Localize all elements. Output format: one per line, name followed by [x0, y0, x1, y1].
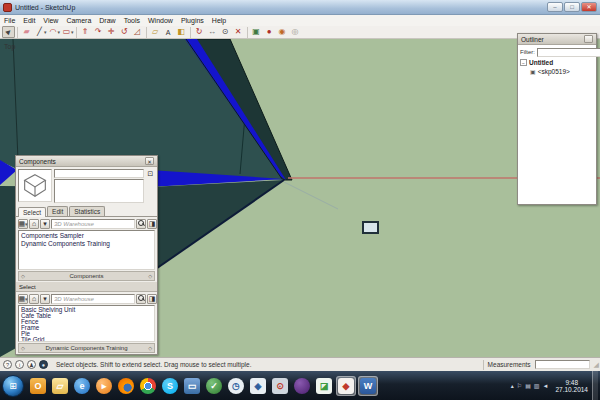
navigation-dropdown-button[interactable]: ▾	[40, 294, 50, 304]
tree-expander-icon[interactable]: −	[520, 59, 527, 66]
move-tool-button[interactable]: ✛	[105, 26, 118, 38]
tab-edit[interactable]: Edit	[47, 206, 68, 216]
graphics-app-icon[interactable]: ◪	[314, 376, 334, 396]
pane-resize-handle[interactable]: ◇	[19, 345, 27, 351]
components-search-input[interactable]	[51, 219, 135, 229]
resize-grip[interactable]: ◢	[594, 361, 599, 369]
select-pane-search-input[interactable]	[51, 294, 135, 304]
pane-resize-handle[interactable]: ◇	[146, 345, 154, 351]
virtualbox-icon[interactable]: ◈	[248, 376, 268, 396]
measurements-input[interactable]	[535, 360, 590, 369]
version-control-icon[interactable]: ✓	[204, 376, 224, 396]
remote-desktop-icon[interactable]: ▭	[182, 376, 202, 396]
info-icon[interactable]: i	[15, 360, 24, 369]
toggle-terrain-button[interactable]: ●	[263, 26, 276, 38]
tab-statistics[interactable]: Statistics	[69, 206, 105, 216]
network-icon[interactable]: ▤	[525, 382, 531, 389]
search-button[interactable]	[136, 294, 146, 304]
components-collections-list: Components Sampler Dynamic Components Tr…	[18, 230, 155, 270]
internet-explorer-icon[interactable]: e	[72, 376, 92, 396]
scale-tool-button[interactable]: ◿	[131, 26, 144, 38]
file-explorer-icon[interactable]: ▱	[50, 376, 70, 396]
maximize-button[interactable]: □	[564, 2, 580, 12]
eraser-tool-button[interactable]: ▰	[20, 26, 33, 38]
orbit-tool-button[interactable]: ↻	[193, 26, 206, 38]
user-icon[interactable]: ♟	[27, 360, 36, 369]
component-preview-thumbnail	[18, 169, 52, 202]
rectangle-dropdown-icon[interactable]: ▾	[71, 29, 74, 35]
view-options-button[interactable]: ▦▾	[18, 219, 28, 229]
menu-tools[interactable]: Tools	[120, 17, 144, 24]
menu-view[interactable]: View	[39, 17, 62, 24]
search-tool-icon[interactable]: ⊙	[270, 376, 290, 396]
list-item[interactable]: Components Sampler	[21, 232, 152, 240]
home-button[interactable]: ⌂	[29, 294, 39, 304]
pane-footer-label: Dynamic Components Training	[45, 345, 127, 351]
paint-bucket-tool-button[interactable]: ◧	[175, 26, 188, 38]
word-icon[interactable]: W	[358, 376, 378, 396]
component-name-field[interactable]	[54, 169, 144, 178]
skype-icon[interactable]: S	[160, 376, 180, 396]
photo-textures-button[interactable]: ◉	[276, 26, 289, 38]
component-description-field[interactable]	[54, 179, 144, 203]
chrome-icon[interactable]	[138, 376, 158, 396]
taskbar-clock[interactable]: 9:48 27.10.2014	[555, 379, 588, 393]
tab-select[interactable]: Select	[18, 207, 46, 217]
firefox-icon[interactable]	[116, 376, 136, 396]
navigation-dropdown-button[interactable]: ▾	[40, 219, 50, 229]
outliner-titlebar[interactable]: Outliner	[518, 34, 596, 45]
menu-edit[interactable]: Edit	[19, 17, 39, 24]
show-desktop-button[interactable]	[592, 371, 598, 400]
menu-file[interactable]: File	[0, 17, 19, 24]
outlook-icon[interactable]: O	[28, 376, 48, 396]
advanced-search-button[interactable]: ◨	[147, 294, 157, 304]
rotate-tool-button[interactable]: ↺	[118, 26, 131, 38]
secondary-pane-toggle-button[interactable]: ⊡	[146, 169, 155, 179]
text-tool-button[interactable]: A	[162, 26, 175, 38]
minimize-button[interactable]: –	[547, 2, 563, 12]
preview-earth-button[interactable]: ◎	[289, 26, 302, 38]
menu-camera[interactable]: Camera	[62, 17, 95, 24]
push-pull-tool-button[interactable]: ⇑	[79, 26, 92, 38]
follow-me-tool-button[interactable]: ↷	[92, 26, 105, 38]
start-button[interactable]: ⊞	[2, 375, 24, 397]
menu-help[interactable]: Help	[208, 17, 230, 24]
outliner-options-button[interactable]	[584, 35, 593, 43]
menu-draw[interactable]: Draw	[95, 17, 119, 24]
sketchup-taskbar-icon[interactable]: ◆	[336, 376, 356, 396]
zoom-extents-tool-button[interactable]: ✕	[232, 26, 245, 38]
components-close-button[interactable]: ✕	[145, 157, 154, 165]
menu-window[interactable]: Window	[144, 17, 177, 24]
components-dialog-title: Components	[19, 158, 56, 165]
pan-tool-button[interactable]: ↔	[206, 26, 219, 38]
help-icon[interactable]: ?	[3, 360, 12, 369]
view-options-button[interactable]: ▦▾	[18, 294, 28, 304]
globe-icon[interactable]: ●	[39, 360, 48, 369]
media-player-icon[interactable]: ▸	[94, 376, 114, 396]
menu-plugins[interactable]: Plugins	[177, 17, 208, 24]
list-item[interactable]: Tile Grid	[21, 337, 152, 342]
pane-resize-handle[interactable]: ◇	[19, 273, 27, 279]
outliner-item-row[interactable]: ▣ <skp0519>	[520, 67, 594, 76]
close-button[interactable]: ✕	[581, 2, 597, 12]
placed-component[interactable]	[363, 222, 378, 233]
display-icon[interactable]: ▥	[534, 382, 540, 389]
advanced-search-button[interactable]: ◨	[147, 219, 157, 229]
outliner-filter-input[interactable]	[537, 48, 600, 57]
action-center-icon[interactable]: ⚐	[517, 382, 522, 389]
components-dialog-titlebar[interactable]: Components ✕	[16, 156, 157, 167]
show-hidden-icons-button[interactable]: ▴	[511, 382, 514, 389]
list-item[interactable]: Dynamic Components Training	[21, 240, 152, 248]
tape-measure-tool-button[interactable]: ▱	[149, 26, 162, 38]
outliner-root-row[interactable]: − Untitled	[520, 58, 594, 67]
select-tool-button[interactable]: ►	[2, 26, 15, 38]
components-search-row: ▦▾ ⌂ ▾ ◨	[16, 217, 157, 230]
opera-icon[interactable]	[292, 376, 312, 396]
clock-app-icon[interactable]: ◷	[226, 376, 246, 396]
pane-resize-handle[interactable]: ◇	[146, 273, 154, 279]
home-button[interactable]: ⌂	[29, 219, 39, 229]
get-current-view-button[interactable]: ▣	[250, 26, 263, 38]
search-button[interactable]	[136, 219, 146, 229]
zoom-tool-button[interactable]: ⊙	[219, 26, 232, 38]
volume-icon[interactable]: ◄	[543, 383, 549, 389]
